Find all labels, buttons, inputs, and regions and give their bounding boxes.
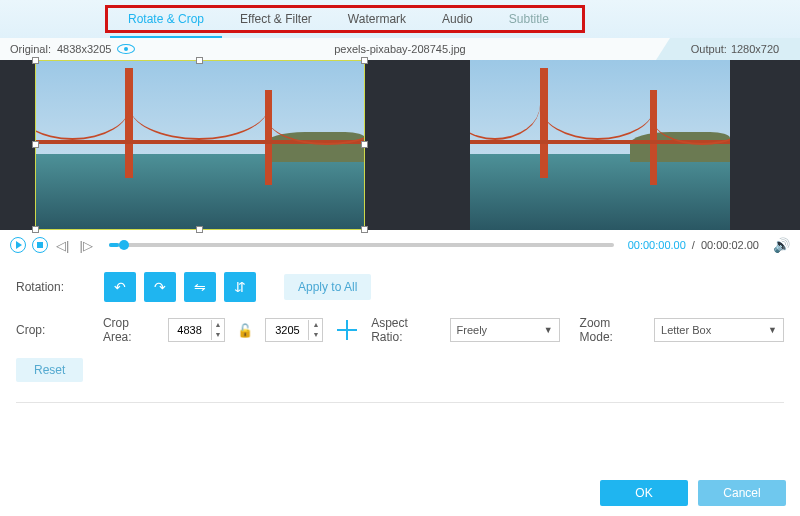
crop-width-field[interactable] xyxy=(169,324,211,336)
height-down[interactable]: ▼ xyxy=(309,330,322,340)
next-frame-button[interactable]: |▷ xyxy=(77,238,94,253)
crop-height-field[interactable] xyxy=(266,324,308,336)
output-dimensions: 1280x720 xyxy=(731,43,779,55)
file-info-bar: Original: 4838x3205 pexels-pixabay-20874… xyxy=(0,38,800,60)
aspect-ratio-select[interactable]: Freely▼ xyxy=(450,318,560,342)
crop-height-input[interactable]: ▲▼ xyxy=(265,318,323,342)
rotation-label: Rotation: xyxy=(16,280,96,294)
crop-label: Crop: xyxy=(16,323,95,337)
output-preview-pane xyxy=(400,60,800,230)
time-separator: / xyxy=(692,239,695,251)
current-time: 00:00:00.00 xyxy=(628,239,686,251)
playback-bar: ◁| |▷ 00:00:00.00/00:00:02.00 🔊 xyxy=(0,230,800,260)
play-button[interactable] xyxy=(10,237,26,253)
height-up[interactable]: ▲ xyxy=(309,320,322,330)
ok-button[interactable]: OK xyxy=(600,480,688,506)
tab-audio[interactable]: Audio xyxy=(424,0,491,38)
aspect-ratio-value: Freely xyxy=(457,324,488,336)
apply-to-all-button[interactable]: Apply to All xyxy=(284,274,371,300)
tab-effect-filter[interactable]: Effect & Filter xyxy=(222,0,330,38)
aspect-ratio-label: Aspect Ratio: xyxy=(371,316,441,344)
original-preview-pane[interactable] xyxy=(0,60,400,230)
crop-width-input[interactable]: ▲▼ xyxy=(168,318,226,342)
prev-frame-button[interactable]: ◁| xyxy=(54,238,71,253)
tab-watermark[interactable]: Watermark xyxy=(330,0,424,38)
cancel-button[interactable]: Cancel xyxy=(698,480,786,506)
total-time: 00:00:02.00 xyxy=(701,239,759,251)
reset-button[interactable]: Reset xyxy=(16,358,83,382)
output-image xyxy=(470,60,730,230)
width-down[interactable]: ▼ xyxy=(212,330,225,340)
filename: pexels-pixabay-208745.jpg xyxy=(334,43,465,55)
zoom-mode-label: Zoom Mode: xyxy=(580,316,646,344)
crop-area-label: Crop Area: xyxy=(103,316,160,344)
output-info: Output: 1280x720 xyxy=(670,38,800,60)
volume-icon[interactable]: 🔊 xyxy=(773,237,790,253)
seek-thumb[interactable] xyxy=(119,240,129,250)
original-label: Original: xyxy=(10,43,51,55)
play-icon xyxy=(16,241,22,249)
eye-icon[interactable] xyxy=(117,44,135,54)
seek-slider[interactable] xyxy=(109,243,614,247)
original-dimensions: 4838x3205 xyxy=(57,43,111,55)
output-label: Output: xyxy=(691,43,727,55)
controls-panel: Rotation: ↶ ↷ ⇋ ⇵ Apply to All Crop: Cro… xyxy=(0,260,800,409)
center-crop-icon[interactable] xyxy=(337,320,357,340)
width-up[interactable]: ▲ xyxy=(212,320,225,330)
zoom-mode-value: Letter Box xyxy=(661,324,711,336)
rotate-right-button[interactable]: ↷ xyxy=(144,272,176,302)
tab-rotate-crop[interactable]: Rotate & Crop xyxy=(110,0,222,38)
preview-area xyxy=(0,60,800,230)
chevron-down-icon: ▼ xyxy=(768,325,777,335)
editor-tabs: Rotate & Crop Effect & Filter Watermark … xyxy=(0,0,800,38)
chevron-down-icon: ▼ xyxy=(544,325,553,335)
lock-aspect-icon[interactable]: 🔓 xyxy=(233,323,257,338)
zoom-mode-select[interactable]: Letter Box▼ xyxy=(654,318,784,342)
rotate-left-button[interactable]: ↶ xyxy=(104,272,136,302)
crop-frame[interactable] xyxy=(35,60,365,230)
flip-horizontal-button[interactable]: ⇋ xyxy=(184,272,216,302)
stop-button[interactable] xyxy=(32,237,48,253)
stop-icon xyxy=(37,242,43,248)
separator xyxy=(16,402,784,403)
flip-vertical-button[interactable]: ⇵ xyxy=(224,272,256,302)
tab-subtitle[interactable]: Subtitle xyxy=(491,0,567,38)
dialog-footer: OK Cancel xyxy=(600,480,786,506)
